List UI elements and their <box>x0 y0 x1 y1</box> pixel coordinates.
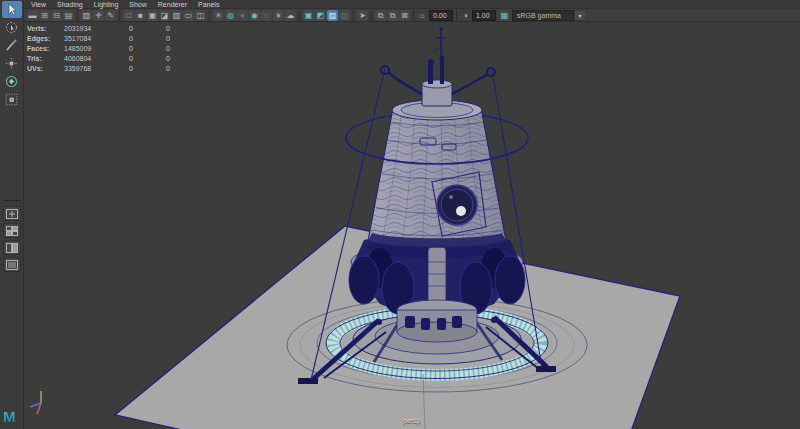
resolution-gate-icon[interactable]: ◫ <box>195 10 206 21</box>
camera-label: persp <box>403 417 421 424</box>
hud-stat-total: 2031934 <box>64 24 129 34</box>
hud-stat-other: 0 <box>166 34 196 44</box>
texture-placement-icon[interactable]: ▨ <box>327 10 338 21</box>
lasso-tool-button[interactable] <box>2 19 22 36</box>
shading[interactable]: Shading <box>57 0 83 9</box>
image-plane-icon[interactable]: ▧ <box>81 10 92 21</box>
scale-square-icon <box>5 93 18 106</box>
hud-stat-label: Faces: <box>27 44 64 54</box>
exposure-icon[interactable]: ☼ <box>417 10 428 21</box>
toolbar-divider <box>209 10 210 21</box>
paste-view-icon[interactable]: ⧉ <box>387 10 398 21</box>
hud-stat-selected: 0 <box>129 34 166 44</box>
perspective-viewport[interactable]: Verts: 2031934 0 0 Edges: 3517084 0 0 Fa… <box>24 22 800 429</box>
hud-stat-selected: 0 <box>129 54 166 64</box>
panel-toolbar: ▬⊞⊟▤ ▧✛✎ □■▣◪▨▭◫ ✳◍●◉◌¥☁ ▣◩▨▥ ➤ ⧉⧉⊠ ☼ 0.… <box>24 9 800 22</box>
xray-icon[interactable]: ◩ <box>315 10 326 21</box>
move-tool-button[interactable] <box>2 55 22 72</box>
isolate-select-icon[interactable]: ▣ <box>303 10 314 21</box>
heads-up-display-stats: Verts: 2031934 0 0 Edges: 3517084 0 0 Fa… <box>27 24 196 74</box>
hud-stat-selected: 0 <box>129 44 166 54</box>
view[interactable]: View <box>31 0 46 9</box>
single-pane-layout-button[interactable] <box>3 206 21 221</box>
select-tool-button[interactable] <box>2 1 22 18</box>
quick-layout-buttons <box>3 196 21 272</box>
hud-stat-label: Edges: <box>27 34 64 44</box>
hud-stat-total: 1485009 <box>64 44 129 54</box>
two-pane-layout-button[interactable] <box>3 240 21 255</box>
hud-stat-row: Tris: 4060804 0 0 <box>27 54 196 64</box>
chevron-down-icon[interactable]: ▾ <box>574 10 586 21</box>
capsule-body[interactable] <box>368 100 506 247</box>
select-camera-icon[interactable]: ▬ <box>27 10 38 21</box>
material-checker-icon[interactable]: ▨ <box>171 10 182 21</box>
toolbox-divider <box>3 200 21 201</box>
hud-stat-other: 0 <box>166 64 196 74</box>
object-selection-icon[interactable]: ➤ <box>357 10 368 21</box>
ssao-icon[interactable]: ◉ <box>249 10 260 21</box>
toolbar-divider <box>371 10 372 21</box>
renderer[interactable]: Renderer <box>158 0 187 9</box>
contrast-icon[interactable]: ◑ <box>460 10 471 21</box>
hud-stat-row: Verts: 2031934 0 0 <box>27 24 196 34</box>
pan-zoom-2d-icon[interactable]: ⊞ <box>39 10 50 21</box>
hud-stat-selected: 0 <box>129 24 166 34</box>
hud-stat-label: Tris: <box>27 54 64 64</box>
toolbar-divider <box>456 10 457 21</box>
shadows-icon[interactable]: ● <box>237 10 248 21</box>
outliner-layout-button[interactable] <box>3 257 21 272</box>
fog-icon[interactable]: ☁ <box>285 10 296 21</box>
hud-stat-selected: 0 <box>129 64 166 74</box>
wireframe-on-shaded-icon[interactable]: ▣ <box>147 10 158 21</box>
rotate-tool-button[interactable] <box>2 73 22 90</box>
textured-icon[interactable]: ◪ <box>159 10 170 21</box>
move-cross-icon <box>5 57 18 70</box>
hud-stat-row: Edges: 3517084 0 0 <box>27 34 196 44</box>
two-pane-icon <box>6 243 18 253</box>
toolbar-divider <box>353 10 354 21</box>
show[interactable]: Show <box>129 0 147 9</box>
film-gate-icon[interactable]: ▭ <box>183 10 194 21</box>
frame-all-icon[interactable]: ⊟ <box>51 10 62 21</box>
wireframe-icon[interactable]: □ <box>123 10 134 21</box>
copy-view-icon[interactable]: ⧉ <box>375 10 386 21</box>
hud-stat-label: UVs: <box>27 64 64 74</box>
hud-stat-other: 0 <box>166 44 196 54</box>
hud-stat-other: 0 <box>166 54 196 64</box>
hud-stat-other: 0 <box>166 24 196 34</box>
lasso-icon <box>5 21 18 34</box>
viewport-3d-scene[interactable] <box>24 22 800 429</box>
all-lights-icon[interactable]: ◍ <box>225 10 236 21</box>
four-pane-icon <box>6 226 18 236</box>
view-transform-dropdown[interactable]: sRGB gamma ▾ <box>512 10 586 21</box>
scale-tool-button[interactable] <box>2 91 22 108</box>
exposure-field[interactable]: 0.00 <box>429 10 453 21</box>
color-management-icon[interactable]: ▦ <box>499 10 510 21</box>
maya-viewport-window: ViewShadingLightingShowRendererPanels ▬⊞… <box>0 0 800 429</box>
contrast-field[interactable]: 1.00 <box>472 10 496 21</box>
toolbar-divider <box>299 10 300 21</box>
lighting[interactable]: Lighting <box>94 0 119 9</box>
paint-select-tool-button[interactable] <box>2 37 22 54</box>
plugin-shapes-icon[interactable]: ▥ <box>339 10 350 21</box>
hud-stat-total: 3517084 <box>64 34 129 44</box>
default-lighting-icon[interactable]: ✳ <box>213 10 224 21</box>
list-icon <box>6 260 18 270</box>
top-assembly[interactable] <box>381 27 495 106</box>
hud-stat-total: 3359768 <box>64 64 129 74</box>
select-arrow-icon <box>6 4 18 16</box>
pivot-icon[interactable]: ✛ <box>93 10 104 21</box>
bookmark-icon[interactable]: ▤ <box>63 10 74 21</box>
smooth-shade-icon[interactable]: ■ <box>135 10 146 21</box>
tool-box: M <box>0 0 24 429</box>
hud-stat-row: Faces: 1485009 0 0 <box>27 44 196 54</box>
viewport-snapshot-icon[interactable]: ⊠ <box>399 10 410 21</box>
motion-blur-icon[interactable]: ◌ <box>261 10 272 21</box>
single-pane-icon <box>6 209 18 219</box>
maya-logo: M <box>3 409 16 424</box>
four-pane-layout-button[interactable] <box>3 223 21 238</box>
light-stand-icon[interactable]: ¥ <box>273 10 284 21</box>
grease-pencil-icon[interactable]: ✎ <box>105 10 116 21</box>
view-transform-value[interactable]: sRGB gamma <box>512 10 574 21</box>
panels[interactable]: Panels <box>198 0 219 9</box>
